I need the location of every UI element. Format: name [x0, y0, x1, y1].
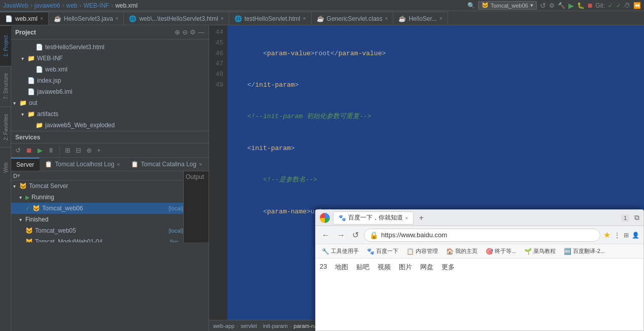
close-icon[interactable]: × — [439, 16, 443, 21]
services-tree-running[interactable]: ▾ ▶ Running — [11, 192, 183, 203]
left-tab-project[interactable]: 1: Project — [0, 25, 11, 66]
tab-helloser[interactable]: ☕ HelloSer... × — [393, 12, 448, 25]
nav-link-map[interactable]: 地图 — [335, 263, 348, 272]
tab-testhelloservlet[interactable]: 🌐 testHelloServlet.html × — [229, 12, 312, 25]
close-icon[interactable]: × — [116, 16, 119, 21]
bookmark-tools[interactable]: 🔧 工具使用手 — [320, 246, 361, 256]
bookmark-baidu[interactable]: 🐾 百度一下 — [365, 246, 400, 256]
services-tree-tomcat-web05[interactable]: 🐱 Tomcat_web05 [local] — [11, 225, 183, 236]
stop-icon[interactable]: ■ — [588, 1, 593, 10]
pause-button[interactable]: ⏸ — [46, 145, 56, 155]
close-icon[interactable]: × — [199, 161, 202, 167]
deploy-button[interactable]: ⊕ — [84, 145, 94, 155]
breadcrumb-webinf[interactable]: WEB-INF — [84, 2, 110, 9]
close-icon[interactable]: × — [221, 16, 224, 21]
browser-menu-icon[interactable]: ⧉ — [634, 213, 639, 222]
refresh-icon[interactable]: ↺ — [540, 2, 546, 10]
nav-link-more[interactable]: 更多 — [442, 263, 455, 272]
left-tab-web[interactable]: Web — [0, 147, 11, 188]
services-tree-tomcat-modul[interactable]: 🐱 Tomcat_ModulWeb01-04 [loc... — [11, 236, 183, 242]
extensions-icon[interactable]: ⋮ — [614, 231, 621, 239]
bookmark-icon: 📋 — [406, 248, 414, 255]
bookmark-icon: 🎯 — [486, 248, 493, 255]
tab-genericservlet[interactable]: ☕ GenericServlet.class × — [312, 12, 394, 25]
git-check1-icon[interactable]: ✓ — [608, 2, 613, 9]
left-tab-structure[interactable]: 7: Structure — [0, 66, 11, 106]
build-icon[interactable]: 🔨 — [558, 2, 565, 9]
tab-count: 1 — [621, 214, 629, 222]
tree-item-javaweb6iml[interactable]: 📄 javaweb6.iml — [11, 86, 209, 97]
tree-item-indexjsp[interactable]: 📄 index.jsp — [11, 75, 209, 86]
tree-item-webinf[interactable]: ▾ 📁 WEB-INF — [11, 53, 209, 64]
bookmark-runoob[interactable]: 🌱 菜鸟教程 — [522, 246, 558, 256]
minimize-icon[interactable]: — — [198, 28, 205, 36]
tree-item-webxml[interactable]: 📄 web.xml — [11, 64, 209, 75]
filter-d-label: D — [13, 173, 17, 179]
settings-icon[interactable]: ⚙ — [549, 2, 555, 9]
expand-icon[interactable]: ⊕ — [175, 28, 180, 36]
tree-label: javaweb5_Web_exploded — [45, 122, 209, 129]
close-icon[interactable]: × — [117, 161, 120, 167]
services-tree-tomcat[interactable]: ▾ 🐱 Tomcat Server — [11, 180, 183, 192]
breadcrumb-javaweb[interactable]: JavaWeb — [3, 2, 28, 9]
tab-web-xml[interactable]: 📄 web.xml × — [0, 12, 49, 25]
url-bar[interactable]: 🔒 https://www.baidu.com — [364, 229, 600, 242]
left-vertical-tabs: 1: Project 7: Structure 2: Favorites Web — [0, 25, 11, 331]
close-icon[interactable]: × — [405, 215, 408, 221]
nav-link-image[interactable]: 图片 — [399, 263, 412, 272]
group-button[interactable]: ⊞ — [63, 145, 73, 155]
close-icon[interactable]: × — [385, 16, 388, 21]
star-icon[interactable]: ★ — [603, 230, 611, 240]
services-tree-tomcat-web06[interactable]: ✓ 🐱 Tomcat_web06 [local] — [11, 203, 183, 214]
search-icon[interactable]: 🔍 — [467, 2, 475, 9]
forward-button[interactable]: → — [335, 230, 347, 241]
add-button[interactable]: + — [95, 145, 103, 155]
local-tag: [local] — [168, 205, 183, 211]
top-right-controls: 🔍 🐱 Tomcat_web06 ▾ ↺ ⚙ 🔨 ▶ 🐛 ■ Git: ✓ ✓ … — [467, 1, 641, 10]
back-button[interactable]: ← — [320, 230, 332, 241]
grid-icon[interactable]: ⊞ — [624, 232, 629, 239]
bookmark-home[interactable]: 🏠 我的主页 — [444, 246, 480, 256]
reload-button[interactable]: ↺ — [350, 229, 361, 241]
tree-item-artifacts[interactable]: ▾ 📁 artifacts — [11, 108, 209, 120]
close-icon[interactable]: × — [303, 16, 306, 21]
bookmark-translate[interactable]: 🔤 百度翻译-2... — [562, 246, 607, 256]
nav-link-23[interactable]: 23 — [320, 263, 327, 272]
git-check2-icon[interactable]: ✓ — [616, 2, 621, 9]
services-tree-finished[interactable]: ▾ Finished — [11, 214, 183, 225]
nav-link-cloud[interactable]: 网盘 — [420, 263, 433, 272]
settings-icon[interactable]: ⚙ — [190, 28, 196, 36]
nav-link-video[interactable]: 视频 — [378, 263, 391, 272]
breadcrumb-javaweb6[interactable]: javaweb6 — [35, 2, 60, 9]
nav-link-tieba[interactable]: 贴吧 — [356, 263, 369, 272]
tree-item-out[interactable]: ▾ 📁 out — [11, 97, 209, 108]
path-part-initparam[interactable]: init-param — [263, 323, 288, 329]
svc-tab-localhost-log[interactable]: 📋 Tomcat Localhost Log × — [40, 158, 125, 171]
bookmark-finally[interactable]: 🎯 终于等... — [484, 246, 518, 256]
browser-tab-baidu[interactable]: 🐾 百度一下，你就知道 × — [333, 211, 414, 225]
restart-button[interactable]: ↺ — [13, 145, 23, 155]
bookmark-content[interactable]: 📋 内容管理 — [404, 246, 440, 256]
run-icon[interactable]: ▶ — [568, 2, 574, 10]
tree-item-javaweb5exp[interactable]: 📁 javaweb5_Web_exploded — [11, 120, 209, 131]
tab-testhello-html[interactable]: 🌐 web\...\testHelloServlet3.html × — [124, 12, 229, 25]
profile-icon[interactable]: 👤 — [632, 232, 639, 239]
git-icon: Git: — [595, 2, 605, 9]
tab-helloservlet3[interactable]: ☕ HelloServlet3.java × — [49, 12, 124, 25]
close-icon[interactable]: × — [40, 16, 43, 21]
filter-button[interactable]: ⊟ — [74, 145, 83, 155]
left-tab-favorites[interactable]: 2: Favorites — [0, 106, 11, 147]
server-selector[interactable]: 🐱 Tomcat_web06 ▾ — [478, 1, 537, 10]
new-tab-button[interactable]: + — [416, 213, 426, 223]
path-part-webapp[interactable]: web-app — [213, 323, 234, 329]
collapse-icon[interactable]: ⊖ — [182, 28, 188, 36]
debug-icon[interactable]: 🐛 — [577, 2, 585, 9]
svc-tab-catalina-log[interactable]: 📋 Tomcat Catalina Log × — [126, 158, 208, 171]
tree-item-testhello[interactable]: 📄 testHelloServlet3.html — [11, 42, 209, 53]
path-part-servlet[interactable]: servlet — [241, 323, 257, 329]
breadcrumb-web[interactable]: web — [66, 2, 78, 9]
filter-chevron[interactable]: ▾ — [17, 172, 20, 179]
svc-tab-server[interactable]: Server — [11, 158, 40, 171]
stop-button[interactable]: ⏹ — [24, 145, 35, 155]
run-button[interactable]: ▶ — [36, 145, 45, 155]
